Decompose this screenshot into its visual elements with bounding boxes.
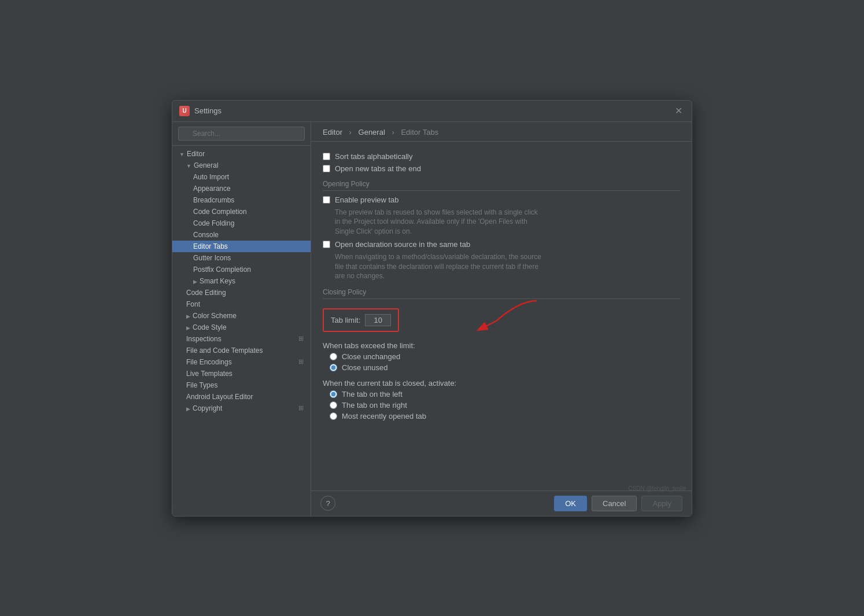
recently-opened-row: Most recently opened tab: [330, 412, 680, 420]
tab-limit-input[interactable]: [365, 314, 391, 326]
sidebar-item-color-scheme[interactable]: ▶Color Scheme: [172, 310, 311, 322]
annotation-arrow: [450, 295, 542, 335]
tab-left-label: The tab on the left: [342, 390, 403, 399]
action-buttons: OK Cancel Apply: [554, 496, 682, 511]
tab-right-row: The tab on the right: [330, 401, 680, 410]
chevron-icon: ▼: [186, 163, 191, 169]
chevron-icon: ▼: [179, 152, 184, 157]
enable-preview-tab-hint: The preview tab is reused to show files …: [335, 208, 680, 237]
enable-preview-tab-checkbox[interactable]: [323, 196, 330, 204]
close-unused-radio[interactable]: [330, 364, 337, 371]
recently-opened-radio[interactable]: [330, 412, 337, 420]
search-wrap: 🔍: [178, 127, 305, 141]
cancel-button[interactable]: Cancel: [592, 496, 637, 511]
open-new-tabs-label: Open new tabs at the end: [335, 164, 421, 173]
sidebar-item-gutter-icons[interactable]: Gutter Icons: [172, 252, 311, 264]
when-current-closed-section: When the current tab is closed, activate…: [323, 379, 680, 420]
when-tabs-exceed-section: When tabs exceed the limit: Close unchan…: [323, 341, 680, 372]
sidebar-item-auto-import[interactable]: Auto Import: [172, 171, 311, 183]
close-unchanged-row: Close unchanged: [330, 352, 680, 361]
sidebar-item-live-templates[interactable]: Live Templates: [172, 368, 311, 379]
help-button[interactable]: ?: [320, 496, 335, 511]
breadcrumb-editor[interactable]: Editor: [323, 128, 342, 137]
sidebar-item-breadcrumbs[interactable]: Breadcrumbs: [172, 194, 311, 206]
sidebar-item-code-folding[interactable]: Code Folding: [172, 217, 311, 229]
dialog-body: 🔍 ▼Editor ▼General Auto Import Appearanc…: [172, 122, 692, 516]
breadcrumb-sep2: ›: [392, 128, 396, 137]
main-content: Editor › General › Editor Tabs Sort tabs…: [311, 122, 692, 516]
sidebar-item-file-code-templates[interactable]: File and Code Templates: [172, 345, 311, 356]
open-new-tabs-row: Open new tabs at the end: [323, 164, 680, 173]
sidebar-item-copyright[interactable]: ▶Copyright ⊞: [172, 403, 311, 414]
enable-preview-tab-label: Enable preview tab: [335, 196, 399, 204]
enable-preview-tab-row: Enable preview tab: [323, 196, 680, 204]
sidebar-item-font[interactable]: Font: [172, 298, 311, 310]
tab-limit-label: Tab limit:: [331, 316, 360, 324]
sidebar-item-smart-keys[interactable]: ▶Smart Keys: [172, 275, 311, 287]
open-declaration-hint: When navigating to a method/class/variab…: [335, 252, 680, 281]
chevron-icon: ▶: [186, 325, 190, 331]
open-declaration-row: Open declaration source in the same tab: [323, 240, 680, 249]
chevron-icon: ▶: [193, 279, 197, 285]
open-declaration-checkbox[interactable]: [323, 241, 330, 248]
watermark: CSDN @fenglin_smile: [628, 485, 686, 492]
tab-limit-area: Tab limit:: [323, 304, 399, 337]
tab-right-label: The tab on the right: [342, 401, 407, 410]
copyright-badge: ⊞: [298, 404, 304, 412]
tab-left-radio[interactable]: [330, 390, 337, 398]
sidebar-item-file-types[interactable]: File Types: [172, 379, 311, 391]
title-bar-left: U Settings: [179, 106, 221, 116]
sidebar: 🔍 ▼Editor ▼General Auto Import Appearanc…: [172, 122, 311, 516]
search-box: 🔍: [172, 122, 311, 146]
app-icon: U: [179, 106, 190, 116]
bottom-bar: ? OK Cancel Apply: [311, 490, 692, 516]
sidebar-item-postfix-completion[interactable]: Postfix Completion: [172, 264, 311, 275]
when-tabs-exceed-label: When tabs exceed the limit:: [323, 341, 680, 350]
inspections-badge: ⊞: [298, 335, 304, 342]
chevron-icon: ▶: [186, 406, 190, 412]
apply-button[interactable]: Apply: [641, 496, 682, 511]
closing-policy-title: Closing Policy: [323, 288, 680, 299]
tab-left-row: The tab on the left: [330, 390, 680, 399]
close-unused-row: Close unused: [330, 363, 680, 372]
file-encodings-badge: ⊞: [298, 358, 304, 366]
open-declaration-label: Open declaration source in the same tab: [335, 240, 470, 249]
close-unchanged-radio[interactable]: [330, 353, 337, 360]
search-input[interactable]: [178, 127, 305, 141]
dialog-title: Settings: [194, 106, 221, 115]
breadcrumb: Editor › General › Editor Tabs: [311, 122, 692, 142]
sidebar-item-console[interactable]: Console: [172, 229, 311, 241]
chevron-icon: ▶: [186, 313, 190, 319]
sidebar-item-code-style[interactable]: ▶Code Style: [172, 322, 311, 333]
recently-opened-label: Most recently opened tab: [342, 412, 426, 420]
sidebar-item-appearance[interactable]: Appearance: [172, 183, 311, 194]
breadcrumb-sep1: ›: [349, 128, 354, 137]
tab-right-radio[interactable]: [330, 401, 337, 409]
when-current-closed-label: When the current tab is closed, activate…: [323, 379, 680, 388]
close-unused-label: Close unused: [342, 363, 388, 372]
tree: ▼Editor ▼General Auto Import Appearance …: [172, 146, 311, 516]
close-unchanged-label: Close unchanged: [342, 352, 400, 361]
sort-tabs-label: Sort tabs alphabetically: [335, 152, 412, 161]
ok-button[interactable]: OK: [554, 496, 587, 511]
content-area: Sort tabs alphabetically Open new tabs a…: [311, 142, 692, 490]
title-bar: U Settings ✕: [172, 101, 692, 122]
settings-dialog: U Settings ✕ 🔍 ▼Editor ▼General: [172, 100, 692, 517]
breadcrumb-current: Editor Tabs: [401, 128, 438, 137]
sort-tabs-checkbox[interactable]: [323, 153, 330, 160]
open-new-tabs-checkbox[interactable]: [323, 165, 330, 172]
close-button[interactable]: ✕: [673, 105, 685, 117]
sidebar-item-code-completion[interactable]: Code Completion: [172, 206, 311, 217]
sidebar-item-editor-tabs[interactable]: Editor Tabs: [172, 241, 311, 252]
sidebar-item-editor[interactable]: ▼Editor: [172, 148, 311, 160]
sidebar-item-file-encodings[interactable]: File Encodings ⊞: [172, 356, 311, 368]
sort-tabs-row: Sort tabs alphabetically: [323, 152, 680, 161]
tab-limit-box: Tab limit:: [323, 308, 399, 332]
sidebar-item-inspections[interactable]: Inspections ⊞: [172, 333, 311, 345]
sidebar-item-android-layout-editor[interactable]: Android Layout Editor: [172, 391, 311, 403]
sidebar-item-code-editing[interactable]: Code Editing: [172, 287, 311, 298]
opening-policy-title: Opening Policy: [323, 180, 680, 191]
sidebar-item-general[interactable]: ▼General: [172, 160, 311, 171]
breadcrumb-general[interactable]: General: [359, 128, 385, 137]
